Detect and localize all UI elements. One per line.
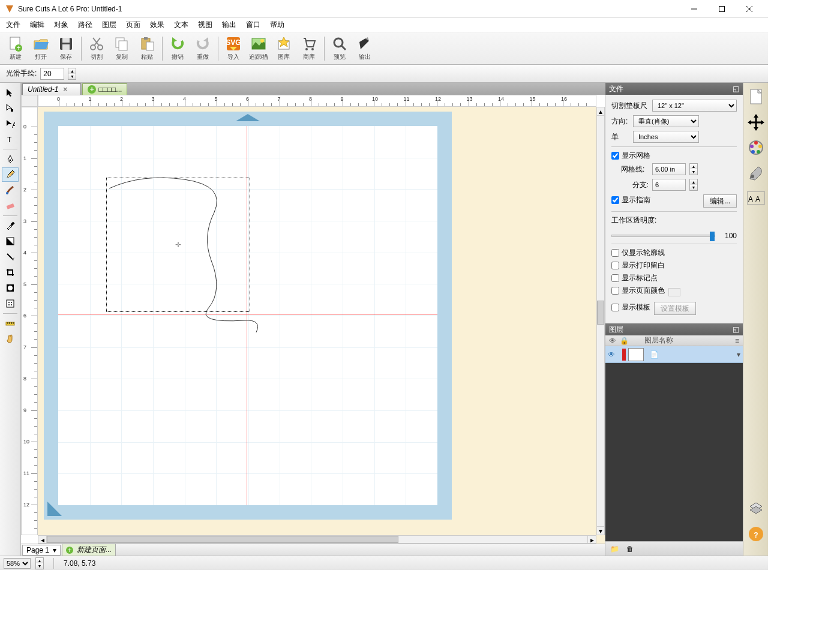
delete-layer-icon[interactable]: 🗑 — [626, 545, 634, 553]
settemplate-button[interactable]: 设置模板 — [654, 302, 696, 315]
menu-window[interactable]: 窗口 — [246, 20, 260, 30]
tool-edit-node[interactable] — [2, 101, 19, 115]
drawn-path[interactable] — [106, 176, 262, 332]
tab-document-icon[interactable] — [746, 88, 766, 107]
tab-style-icon[interactable] — [746, 163, 766, 182]
tool-hand[interactable] — [2, 332, 19, 346]
layers-panel-header[interactable]: 图层◱ — [605, 323, 743, 335]
tab-position-icon[interactable] — [746, 113, 766, 132]
menu-page[interactable]: 页面 — [126, 20, 140, 30]
layers-menu-icon[interactable]: ≡ — [735, 337, 739, 345]
menu-effect[interactable]: 效果 — [150, 20, 164, 30]
tab-new[interactable]: +□□□□... — [82, 83, 127, 95]
new-page-tab[interactable]: +新建页面... — [62, 544, 116, 556]
tool-pen[interactable] — [2, 152, 19, 166]
tb-preview[interactable]: 预览 — [328, 34, 352, 64]
matsize-select[interactable]: 12" x 12" — [652, 100, 737, 112]
pagecolor-check[interactable]: 显示页面颜色 — [611, 286, 665, 296]
tb-undo[interactable]: 撤销 — [166, 34, 190, 64]
unit-select[interactable]: Inches — [633, 131, 699, 143]
panel-expand-icon[interactable]: ◱ — [733, 85, 739, 93]
menu-object[interactable]: 对象 — [54, 20, 68, 30]
tool-gradient[interactable] — [2, 234, 19, 248]
panel-expand-icon[interactable]: ◱ — [733, 325, 739, 334]
tb-paste[interactable]: 粘贴 — [135, 34, 159, 64]
tab-layers-icon[interactable] — [746, 499, 766, 518]
tb-new[interactable]: +新建 — [4, 34, 28, 64]
tool-select[interactable] — [2, 85, 19, 100]
menu-layer[interactable]: 图层 — [102, 20, 116, 30]
menu-file[interactable]: 文件 — [6, 20, 20, 30]
tool-brush[interactable] — [2, 183, 19, 197]
tab-fill-icon[interactable] — [746, 138, 766, 157]
note-icon[interactable]: 📄 — [650, 350, 659, 359]
tool-pencil[interactable] — [2, 167, 19, 182]
chevron-down-icon[interactable]: ▾ — [737, 350, 740, 359]
menu-path[interactable]: 路径 — [78, 20, 92, 30]
page-menu-icon[interactable]: ▾ — [53, 546, 56, 554]
tb-store[interactable]: 商库 — [297, 34, 321, 64]
regmark-check[interactable]: 显示标记点 — [611, 273, 737, 283]
smooth-input[interactable] — [40, 68, 64, 80]
tb-copy[interactable]: 复制 — [110, 34, 134, 64]
scrollbar-vertical[interactable]: ▴ ▾ — [596, 107, 605, 535]
showguide-check[interactable]: 显示指南 — [611, 195, 650, 205]
tb-output[interactable]: 输出 — [353, 34, 377, 64]
menu-edit[interactable]: 编辑 — [30, 20, 44, 30]
mat-page[interactable]: ✛ — [58, 126, 437, 505]
tool-eyedrop[interactable] — [2, 218, 19, 233]
tb-redo[interactable]: 重做 — [191, 34, 215, 64]
page-tab[interactable]: Page 1▾ — [22, 545, 61, 556]
smooth-spinner[interactable]: ▲▼ — [68, 68, 76, 80]
edit-guides-button[interactable]: 编辑... — [703, 194, 737, 208]
ruler-vertical[interactable]: 012345678910111213 — [21, 107, 38, 535]
tb-save[interactable]: 保存 — [54, 34, 78, 64]
gridline-input[interactable] — [652, 163, 686, 175]
ruler-horizontal[interactable]: 012345678910111213141516 — [38, 95, 596, 107]
eye-icon[interactable]: 👁 — [608, 350, 615, 359]
gridline-spinner[interactable]: ▲▼ — [689, 163, 698, 175]
template-check[interactable]: 显示模板 — [611, 302, 650, 313]
layer-thumbnail[interactable] — [628, 348, 644, 361]
layer-color-swatch[interactable] — [622, 349, 626, 361]
tool-eraser[interactable] — [2, 199, 19, 213]
tool-shape[interactable] — [2, 281, 19, 295]
canvas-viewport[interactable]: ✛ — [38, 107, 605, 544]
printmargin-check[interactable]: 显示打印留白 — [611, 260, 737, 271]
showgrid-check[interactable]: 显示网格 — [611, 151, 737, 161]
maximize-button[interactable] — [708, 0, 736, 18]
tab-help-icon[interactable]: ? — [746, 524, 766, 544]
pagecolor-swatch[interactable] — [668, 288, 680, 296]
subdiv-spinner[interactable]: ▲▼ — [689, 179, 698, 191]
new-layer-icon[interactable]: 📁 — [610, 545, 619, 553]
menu-output[interactable]: 输出 — [222, 20, 236, 30]
menu-help[interactable]: 帮助 — [270, 20, 284, 30]
tool-knife[interactable] — [2, 250, 19, 264]
tab-untitled[interactable]: Untitled-1× — [22, 83, 81, 95]
orient-select[interactable]: 垂直(肖像) — [633, 115, 699, 127]
tb-import[interactable]: SVG导入 — [221, 34, 245, 64]
minimize-button[interactable] — [680, 0, 708, 18]
menu-text[interactable]: 文本 — [174, 20, 188, 30]
tab-close-icon[interactable]: × — [63, 85, 67, 94]
subdiv-input[interactable] — [652, 179, 686, 191]
menu-view[interactable]: 视图 — [198, 20, 212, 30]
tb-open[interactable]: 打开 — [29, 34, 53, 64]
scrollbar-horizontal[interactable]: ◂ ▸ — [38, 535, 596, 544]
tool-text[interactable]: T — [2, 132, 19, 146]
close-button[interactable] — [736, 0, 763, 18]
tool-crop[interactable] — [2, 265, 19, 280]
outline-check[interactable]: 仅显示轮廓线 — [611, 248, 737, 258]
opacity-slider[interactable] — [611, 235, 715, 237]
zoom-spinner[interactable]: ▲▼ — [35, 557, 44, 569]
tb-cut[interactable]: 切割 — [85, 34, 109, 64]
tool-type[interactable]: A — [2, 116, 19, 131]
tool-stencil[interactable] — [2, 296, 19, 311]
tb-trace[interactable]: 追踪/描 — [247, 34, 271, 64]
tb-library[interactable]: 图库 — [272, 34, 296, 64]
tool-ruler[interactable] — [2, 316, 19, 331]
layer-row[interactable]: 👁 📄 ▾ — [605, 346, 743, 363]
zoom-select[interactable]: 58% — [4, 558, 31, 569]
document-panel-header[interactable]: 文件 ◱ — [605, 83, 743, 95]
tab-text-icon[interactable]: AA — [746, 188, 766, 208]
